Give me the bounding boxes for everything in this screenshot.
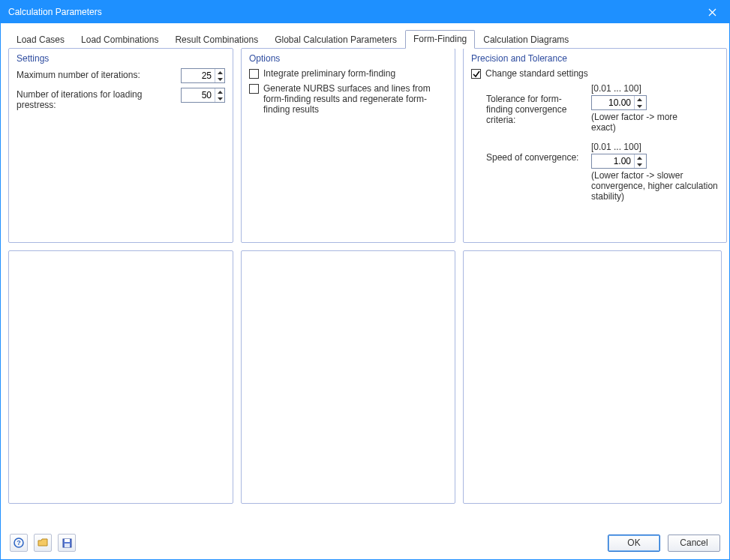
svg-rect-14	[65, 544, 70, 547]
max-iterations-label: Maximum number of iterations:	[17, 68, 173, 80]
tab-load-cases[interactable]: Load Cases	[8, 31, 73, 49]
save-button[interactable]	[58, 534, 76, 552]
precision-legend: Precision and Tolerance	[471, 53, 719, 64]
open-folder-button[interactable]	[34, 534, 52, 552]
settings-panel: Settings Maximum number of iterations: N…	[8, 48, 233, 243]
options-legend: Options	[249, 53, 447, 64]
tolerance-input[interactable]	[592, 96, 634, 109]
speed-input[interactable]	[592, 154, 634, 168]
change-standard-settings-label: Change standard settings	[485, 68, 719, 79]
tab-calculation-diagrams[interactable]: Calculation Diagrams	[475, 31, 577, 49]
svg-marker-5	[218, 97, 223, 100]
svg-marker-3	[218, 78, 223, 81]
tab-strip: Load Cases Load Combinations Result Comb…	[1, 23, 729, 48]
svg-text:?: ?	[17, 539, 21, 547]
svg-rect-13	[65, 539, 70, 542]
window-title: Calculation Parameters	[8, 7, 102, 17]
tab-load-combinations[interactable]: Load Combinations	[73, 31, 167, 49]
svg-marker-4	[218, 91, 223, 94]
svg-marker-8	[637, 157, 642, 160]
integrate-preliminary-checkbox[interactable]: Integrate preliminary form-finding	[249, 68, 447, 79]
tolerance-range: [0.01 ... 100]	[591, 83, 689, 94]
tolerance-hint: (Lower factor -> more exact)	[591, 112, 689, 133]
svg-marker-6	[637, 98, 642, 101]
spinner-down-icon[interactable]	[635, 161, 644, 168]
tolerance-label: Tolerance for form-finding convergence c…	[486, 83, 584, 125]
spinner-up-icon[interactable]	[215, 69, 224, 76]
generate-nurbs-label: Generate NURBS surfaces and lines from f…	[263, 83, 447, 115]
options-panel: Options Integrate preliminary form-findi…	[241, 48, 455, 243]
svg-marker-7	[637, 105, 642, 108]
spinner-up-icon[interactable]	[635, 96, 644, 103]
prestress-iterations-label: Number of iterations for loading prestre…	[17, 88, 173, 110]
speed-hint: (Lower factor -> slower convergence, hig…	[591, 170, 719, 202]
prestress-iterations-input[interactable]	[182, 88, 215, 102]
tab-form-finding[interactable]: Form-Finding	[405, 30, 475, 49]
max-iterations-input[interactable]	[182, 69, 215, 82]
empty-panel-3	[463, 250, 722, 504]
button-bar: ? OK Cancel	[1, 526, 729, 559]
spinner-up-icon[interactable]	[215, 88, 224, 95]
ok-button[interactable]: OK	[608, 535, 660, 552]
precision-panel: Precision and Tolerance Change standard …	[463, 48, 727, 243]
cancel-button[interactable]: Cancel	[668, 535, 720, 552]
spinner-down-icon[interactable]	[215, 76, 224, 82]
change-standard-settings-checkbox[interactable]: Change standard settings	[471, 68, 719, 79]
title-bar: Calculation Parameters	[1, 1, 729, 23]
prestress-iterations-spinner[interactable]	[181, 88, 225, 103]
close-button[interactable]	[701, 1, 723, 23]
empty-panel-1	[8, 250, 233, 504]
spinner-down-icon[interactable]	[635, 103, 644, 109]
tab-result-combinations[interactable]: Result Combinations	[167, 31, 266, 49]
svg-marker-9	[637, 163, 642, 166]
empty-panel-2	[241, 250, 455, 504]
help-button[interactable]: ?	[10, 534, 28, 552]
speed-label: Speed of convergence:	[486, 142, 584, 163]
settings-legend: Settings	[17, 53, 225, 64]
max-iterations-spinner[interactable]	[181, 68, 225, 83]
speed-spinner[interactable]	[591, 154, 647, 169]
speed-range: [0.01 ... 100]	[591, 142, 719, 152]
tolerance-spinner[interactable]	[591, 95, 647, 110]
tab-global-calculation-parameters[interactable]: Global Calculation Parameters	[266, 31, 405, 49]
spinner-down-icon[interactable]	[215, 95, 224, 102]
integrate-preliminary-label: Integrate preliminary form-finding	[263, 68, 447, 79]
generate-nurbs-checkbox[interactable]: Generate NURBS surfaces and lines from f…	[249, 83, 447, 115]
svg-marker-2	[218, 71, 223, 74]
spinner-up-icon[interactable]	[635, 154, 644, 161]
